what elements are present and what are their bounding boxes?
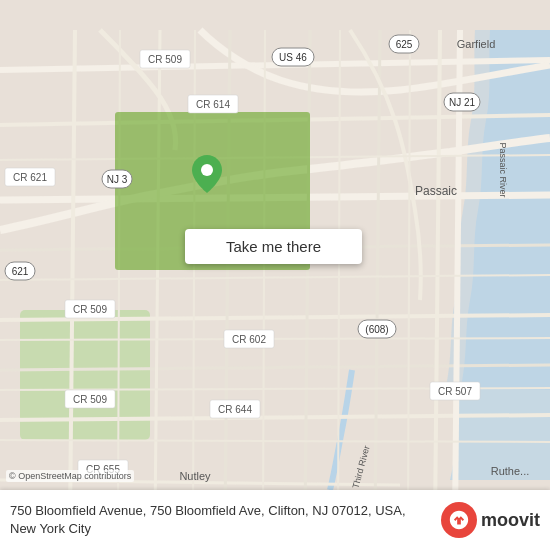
svg-text:CR 621: CR 621 <box>13 172 47 183</box>
location-pin <box>192 155 222 185</box>
svg-text:CR 509: CR 509 <box>73 304 107 315</box>
svg-text:CR 614: CR 614 <box>196 99 230 110</box>
svg-text:NJ 21: NJ 21 <box>449 97 476 108</box>
moovit-logo: moovit <box>441 502 540 538</box>
svg-text:CR 602: CR 602 <box>232 334 266 345</box>
bottom-bar: 750 Bloomfield Avenue, 750 Bloomfield Av… <box>0 490 550 550</box>
svg-text:NJ 3: NJ 3 <box>107 174 128 185</box>
map-container: CR 509 US 46 625 Garfield CR 614 NJ 21 N… <box>0 0 550 550</box>
svg-text:CR 644: CR 644 <box>218 404 252 415</box>
svg-text:Garfield: Garfield <box>457 38 496 50</box>
osm-attribution: © OpenStreetMap contributors <box>6 470 134 482</box>
svg-text:621: 621 <box>12 266 29 277</box>
svg-text:CR 509: CR 509 <box>148 54 182 65</box>
svg-text:CR 507: CR 507 <box>438 386 472 397</box>
svg-text:US 46: US 46 <box>279 52 307 63</box>
svg-text:CR 509: CR 509 <box>73 394 107 405</box>
map-roads: CR 509 US 46 625 Garfield CR 614 NJ 21 N… <box>0 0 550 550</box>
moovit-text: moovit <box>481 510 540 531</box>
moovit-icon <box>441 502 477 538</box>
svg-text:625: 625 <box>396 39 413 50</box>
address-text: 750 Bloomfield Avenue, 750 Bloomfield Av… <box>10 502 431 538</box>
svg-text:(608): (608) <box>365 324 388 335</box>
svg-text:Passaic: Passaic <box>415 184 457 198</box>
take-me-there-button[interactable]: Take me there <box>185 229 362 264</box>
svg-text:Nutley: Nutley <box>179 470 211 482</box>
svg-point-63 <box>201 164 213 176</box>
svg-text:Passaic River: Passaic River <box>498 142 508 197</box>
svg-text:Ruthe...: Ruthe... <box>491 465 530 477</box>
